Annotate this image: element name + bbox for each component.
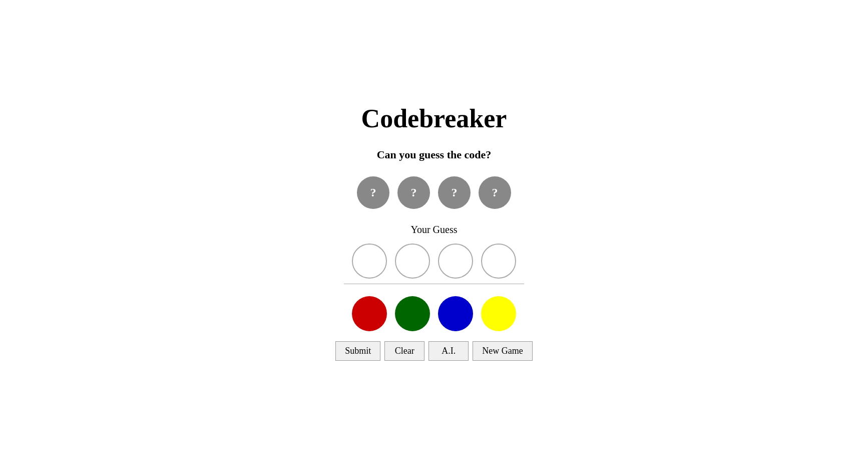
clear-button[interactable]: Clear — [384, 341, 424, 361]
game-subtitle: Can you guess the code? — [377, 148, 492, 161]
secret-slot-3: ? — [438, 176, 471, 209]
secret-slot-1: ? — [357, 176, 389, 209]
divider — [344, 284, 524, 284]
secret-slot-4: ? — [479, 176, 511, 209]
color-green-button[interactable] — [395, 296, 430, 331]
guess-row — [352, 244, 516, 279]
color-yellow-button[interactable] — [481, 296, 516, 331]
secret-code-row: ? ? ? ? — [357, 176, 511, 209]
guess-slot-1[interactable] — [352, 244, 387, 279]
color-blue-button[interactable] — [438, 296, 473, 331]
ai-button[interactable]: A.I. — [428, 341, 469, 361]
game-container: Codebreaker Can you guess the code? ? ? … — [335, 104, 532, 361]
submit-button[interactable]: Submit — [335, 341, 380, 361]
guess-slot-4[interactable] — [481, 244, 516, 279]
page-title: Codebreaker — [361, 104, 507, 133]
your-guess-label: Your Guess — [410, 224, 457, 236]
color-red-button[interactable] — [352, 296, 387, 331]
guess-slot-2[interactable] — [395, 244, 430, 279]
color-picker-row — [352, 296, 516, 331]
secret-slot-2: ? — [397, 176, 430, 209]
guess-slot-3[interactable] — [438, 244, 473, 279]
new-game-button[interactable]: New Game — [473, 341, 532, 361]
action-buttons: Submit Clear A.I. New Game — [335, 341, 532, 361]
